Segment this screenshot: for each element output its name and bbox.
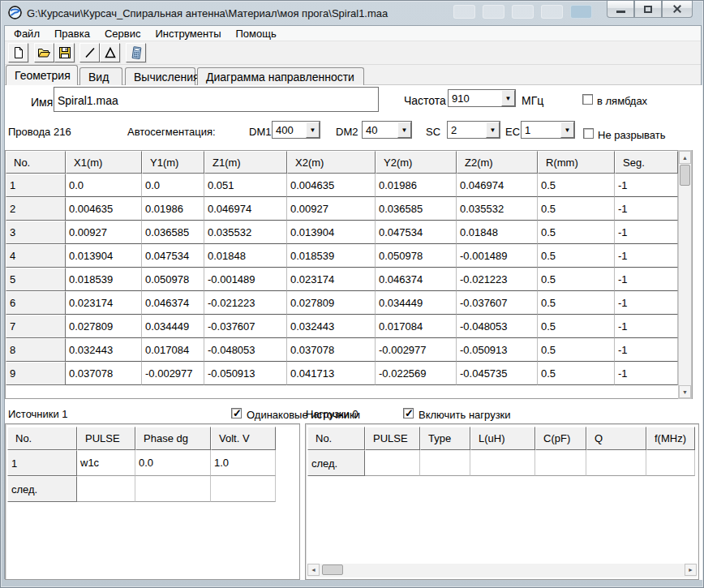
cell-x2[interactable]: 0.023174 bbox=[287, 268, 376, 291]
cell-y1[interactable]: -0.002977 bbox=[142, 362, 204, 385]
cell-phase[interactable]: 0.0 bbox=[135, 450, 211, 476]
cell-q[interactable] bbox=[586, 450, 646, 476]
calculate-button[interactable] bbox=[126, 43, 146, 62]
cell-z2[interactable]: 0.035532 bbox=[457, 197, 538, 221]
in-lambdas-checkbox[interactable] bbox=[582, 94, 593, 105]
cell-seg[interactable]: -1 bbox=[615, 221, 678, 244]
next-row-label[interactable]: след. bbox=[307, 450, 365, 476]
cell-y2[interactable]: 0.046374 bbox=[376, 268, 457, 291]
cell-x2[interactable]: 0.013904 bbox=[287, 221, 376, 244]
cell-y1[interactable]: 0.017084 bbox=[142, 338, 204, 362]
wire-row-number[interactable]: 7 bbox=[6, 315, 66, 338]
open-file-button[interactable] bbox=[34, 43, 54, 62]
cell-x2[interactable]: 0.027809 bbox=[287, 291, 376, 315]
cell-x2[interactable]: 0.018539 bbox=[287, 244, 376, 268]
menu-edit[interactable]: Правка bbox=[47, 26, 97, 41]
cell-phase[interactable] bbox=[135, 476, 211, 502]
cell-r[interactable]: 0.5 bbox=[538, 362, 615, 385]
cell-z1[interactable]: 0.051 bbox=[204, 174, 287, 197]
cell-z2[interactable]: -0.045735 bbox=[457, 362, 538, 385]
cell-z2[interactable]: -0.021223 bbox=[457, 268, 538, 291]
cell-r[interactable]: 0.5 bbox=[538, 244, 615, 268]
wire-row-number[interactable]: 3 bbox=[6, 221, 66, 244]
cell-z2[interactable]: -0.037607 bbox=[457, 291, 538, 315]
scroll-down-icon[interactable]: ▼ bbox=[679, 385, 691, 398]
wire-row-number[interactable]: 8 bbox=[6, 338, 66, 362]
cell-l[interactable] bbox=[470, 450, 535, 476]
cell-y2[interactable]: 0.017084 bbox=[376, 315, 457, 338]
scroll-right-icon[interactable]: ► bbox=[685, 564, 697, 576]
cell-r[interactable]: 0.5 bbox=[538, 338, 615, 362]
tab-calculations[interactable]: Вычисления bbox=[125, 67, 195, 85]
wire-row-number[interactable]: 4 bbox=[6, 244, 66, 268]
chevron-down-icon[interactable]: ▼ bbox=[397, 122, 411, 138]
cell-seg[interactable]: -1 bbox=[615, 268, 678, 291]
cell-r[interactable]: 0.5 bbox=[538, 174, 615, 197]
menu-help[interactable]: Помощь bbox=[228, 26, 283, 41]
cell-seg[interactable]: -1 bbox=[615, 174, 678, 197]
cell-x1[interactable]: 0.0 bbox=[66, 174, 142, 197]
wire-row-number[interactable]: 1 bbox=[6, 174, 66, 197]
cell-pulse[interactable] bbox=[365, 450, 420, 476]
cell-z1[interactable]: 0.035532 bbox=[204, 221, 287, 244]
cell-r[interactable]: 0.5 bbox=[538, 221, 615, 244]
cell-x2[interactable]: 0.041713 bbox=[287, 362, 376, 385]
cell-x1[interactable]: 0.027809 bbox=[66, 315, 142, 338]
cell-z1[interactable]: -0.050913 bbox=[204, 362, 287, 385]
frequency-combobox[interactable]: 910 ▼ bbox=[448, 89, 516, 107]
cell-z2[interactable]: -0.048053 bbox=[457, 315, 538, 338]
cell-y1[interactable]: 0.01986 bbox=[142, 197, 204, 221]
cell-y1[interactable]: 0.0 bbox=[142, 174, 204, 197]
chevron-down-icon[interactable]: ▼ bbox=[486, 122, 500, 138]
wire-edit-button[interactable] bbox=[79, 43, 100, 62]
cell-pulse[interactable]: w1c bbox=[77, 450, 135, 476]
cell-y1[interactable]: 0.046374 bbox=[142, 291, 204, 315]
menu-service[interactable]: Сервис bbox=[97, 26, 148, 41]
cell-x1[interactable]: 0.037078 bbox=[66, 362, 142, 385]
cell-x2[interactable]: 0.004635 bbox=[287, 174, 376, 197]
same-sources-checkbox[interactable] bbox=[231, 408, 242, 418]
cell-f[interactable] bbox=[646, 450, 695, 476]
cell-seg[interactable]: -1 bbox=[615, 338, 678, 362]
cell-y2[interactable]: -0.002977 bbox=[376, 338, 457, 362]
cell-c[interactable] bbox=[535, 450, 586, 476]
wire-row-number[interactable]: 5 bbox=[6, 268, 66, 291]
cell-x1[interactable]: 0.013904 bbox=[66, 244, 142, 268]
cell-seg[interactable]: -1 bbox=[615, 291, 678, 315]
cell-z1[interactable]: 0.01848 bbox=[204, 244, 287, 268]
cell-z1[interactable]: -0.048053 bbox=[204, 338, 287, 362]
cell-z2[interactable]: -0.050913 bbox=[457, 338, 538, 362]
cell-x2[interactable]: 0.037078 bbox=[287, 338, 376, 362]
chevron-down-icon[interactable]: ▼ bbox=[306, 122, 320, 138]
cell-seg[interactable]: -1 bbox=[615, 362, 678, 385]
element-edit-button[interactable] bbox=[100, 43, 120, 62]
cell-y1[interactable]: 0.036585 bbox=[142, 221, 204, 244]
cell-z2[interactable]: -0.001489 bbox=[457, 244, 538, 268]
cell-r[interactable]: 0.5 bbox=[538, 291, 615, 315]
minimize-button[interactable] bbox=[607, 1, 634, 18]
chevron-down-icon[interactable]: ▼ bbox=[501, 90, 515, 106]
cell-y2[interactable]: -0.022569 bbox=[376, 362, 457, 385]
maximize-button[interactable] bbox=[634, 1, 662, 18]
cell-x1[interactable]: 0.00927 bbox=[66, 221, 142, 244]
cell-z1[interactable]: -0.037607 bbox=[204, 315, 287, 338]
cell-r[interactable]: 0.5 bbox=[538, 315, 615, 338]
cell-x2[interactable]: 0.032443 bbox=[287, 315, 376, 338]
source-row-number[interactable]: 1 bbox=[7, 450, 77, 476]
cell-y1[interactable]: 0.034449 bbox=[142, 315, 204, 338]
cell-pulse[interactable] bbox=[77, 476, 135, 502]
name-input[interactable] bbox=[54, 87, 379, 112]
menu-file[interactable]: Файл bbox=[6, 26, 47, 41]
cell-x2[interactable]: 0.00927 bbox=[287, 197, 376, 221]
enable-loads-checkbox[interactable] bbox=[403, 408, 414, 418]
next-row-label[interactable]: след. bbox=[7, 476, 77, 502]
new-file-button[interactable] bbox=[8, 43, 28, 62]
cell-z2[interactable]: 0.01848 bbox=[457, 221, 538, 244]
wire-row-number[interactable]: 2 bbox=[6, 197, 66, 221]
cell-x1[interactable]: 0.018539 bbox=[66, 268, 142, 291]
titlebar[interactable]: G:\Курсачи\Курсач_Спиральная антенна\Мат… bbox=[1, 1, 703, 25]
wire-row-number[interactable]: 9 bbox=[6, 362, 66, 385]
cell-z1[interactable]: 0.046974 bbox=[204, 197, 287, 221]
cell-z2[interactable]: 0.046974 bbox=[457, 174, 538, 197]
cell-z1[interactable]: -0.021223 bbox=[204, 291, 287, 315]
